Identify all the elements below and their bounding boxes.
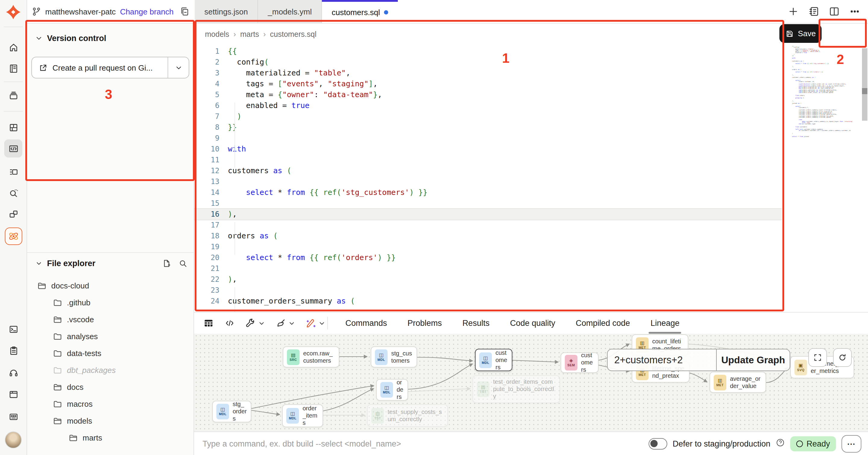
code-line-14[interactable]: 14 select * from {{ ref('stg_customers')… xyxy=(194,187,782,198)
inbox-stack-icon[interactable] xyxy=(4,86,22,105)
lineage-selector-input[interactable]: 2+customers+2 xyxy=(608,349,716,371)
minimap[interactable]: {{ config( materialized = "table", tags … xyxy=(792,46,860,154)
create-pr-dropdown[interactable] xyxy=(167,57,189,78)
search-icon[interactable] xyxy=(179,259,187,267)
lineage-node-stg_customers[interactable]: ◫MDLstg_customers xyxy=(371,346,417,368)
code-lines[interactable]: 1{{2 config(3 materialized = "table",4 t… xyxy=(194,46,782,307)
lineage-canvas[interactable]: ▤SRCecom.raw_customers◫MDLstg_customers◫… xyxy=(194,334,868,432)
save-button[interactable]: Save xyxy=(779,24,822,43)
clipboard-icon[interactable] xyxy=(4,342,22,360)
code-line-2[interactable]: 2 config( xyxy=(194,57,782,67)
code-line-18[interactable]: 18orders as ( xyxy=(194,230,782,241)
compiled-code-icon[interactable] xyxy=(224,318,235,329)
code-line-22[interactable]: 22), xyxy=(194,274,782,285)
tree-item-.vscode[interactable]: .vscode xyxy=(27,311,193,328)
tree-item-analyses[interactable]: analyses xyxy=(27,328,193,345)
code-line-4[interactable]: 4 tags = ["events", "staging"], xyxy=(194,79,782,89)
editor-scrollbar-track[interactable] xyxy=(862,48,867,121)
tree-item-dbt_packages[interactable]: dbt_packages xyxy=(27,362,193,378)
code-editor[interactable]: models›marts›customers.sql 1{{2 config(3… xyxy=(194,23,868,312)
status-badge[interactable]: Ready xyxy=(790,436,836,451)
breadcrumb-item[interactable]: customers.sql xyxy=(270,30,316,39)
tree-item-marts[interactable]: marts xyxy=(27,429,193,446)
lineage-node-customers[interactable]: ◈SEMcustomers xyxy=(561,352,598,373)
notebook-list-icon[interactable] xyxy=(807,4,821,19)
breadcrumb-item[interactable]: models xyxy=(205,30,229,39)
lineage-node-stg_orders[interactable]: ◫MDLstg_orders xyxy=(212,401,251,422)
browser-window-icon[interactable] xyxy=(4,385,22,403)
dbt-fusion-icon[interactable] xyxy=(4,227,22,245)
results-table-icon[interactable] xyxy=(203,318,214,329)
linked-windows-icon[interactable] xyxy=(4,205,22,223)
ai-fix-dropdown[interactable] xyxy=(306,318,326,329)
build-tools-dropdown[interactable] xyxy=(245,318,265,329)
tree-item-docs[interactable]: docs xyxy=(27,378,193,395)
tree-item-.github[interactable]: .github xyxy=(27,294,193,311)
user-avatar[interactable] xyxy=(4,431,22,449)
code-line-20[interactable]: 20 select * from {{ ref('orders') }} xyxy=(194,252,782,263)
code-line-17[interactable]: 17 xyxy=(194,220,782,230)
dashed-panel-icon[interactable] xyxy=(4,162,22,180)
code-editor-icon[interactable] xyxy=(4,139,22,158)
overflow-menu-icon[interactable] xyxy=(847,4,862,19)
branch-control[interactable]: matthewshaver-patc Change branch xyxy=(31,0,189,23)
code-line-24[interactable]: 24customer_orders_summary as ( xyxy=(194,296,782,307)
code-line-15[interactable]: 15 xyxy=(194,198,782,209)
lineage-node-order_items[interactable]: ◫MDLorder_items xyxy=(282,404,323,427)
tree-item-docs-cloud[interactable]: docs-cloud xyxy=(27,277,193,294)
split-pane-icon[interactable] xyxy=(827,4,841,19)
terminal-icon[interactable] xyxy=(4,320,22,338)
editor-tab-customers.sql[interactable]: customers.sql xyxy=(322,0,398,23)
change-branch-link[interactable]: Change branch xyxy=(120,7,174,16)
code-line-10[interactable]: 10with xyxy=(194,144,782,154)
format-cleanup-dropdown[interactable] xyxy=(276,318,296,329)
help-icon[interactable] xyxy=(776,438,785,449)
lineage-node-test_supply_costs_sum_correctly[interactable]: ▨TSTtest_supply_costs_sum_correctly xyxy=(367,404,448,427)
search-explore-icon[interactable] xyxy=(4,183,22,202)
code-line-11[interactable]: 11 xyxy=(194,154,782,165)
copy-icon[interactable] xyxy=(180,7,189,16)
panel-tab-Compiled code[interactable]: Compiled code xyxy=(565,313,640,334)
lineage-node-customers[interactable]: ◫MDLcustomers xyxy=(475,349,513,371)
code-line-6[interactable]: 6 enabled = true xyxy=(194,100,782,111)
new-file-icon[interactable] xyxy=(162,259,171,267)
support-headset-icon[interactable] xyxy=(4,363,22,381)
more-options-button[interactable]: ... xyxy=(841,435,861,452)
tree-item-models[interactable]: models xyxy=(27,412,193,429)
version-control-header[interactable]: Version control xyxy=(35,34,106,43)
update-graph-button[interactable]: Update Graph xyxy=(716,349,789,371)
editor-tab-_models.yml[interactable]: _models.yml xyxy=(258,0,322,23)
home-icon[interactable] xyxy=(4,38,22,56)
keyboard-shortcuts-icon[interactable] xyxy=(4,407,22,425)
code-line-7[interactable]: 7 ) xyxy=(194,111,782,122)
docs-notebook-icon[interactable] xyxy=(4,59,22,77)
command-input[interactable]: Type a command, ex. dbt build --select <… xyxy=(203,439,649,448)
code-line-21[interactable]: 21 xyxy=(194,263,782,274)
code-line-9[interactable]: 9 xyxy=(194,133,782,144)
panel-tab-Commands[interactable]: Commands xyxy=(335,313,397,334)
code-line-8[interactable]: 8}} xyxy=(194,122,782,133)
editor-tab-settings.json[interactable]: settings.json xyxy=(195,0,258,23)
breadcrumb-item[interactable]: marts xyxy=(240,30,259,39)
panel-tab-Problems[interactable]: Problems xyxy=(397,313,452,334)
editor-scrollbar-thumb[interactable] xyxy=(862,88,867,94)
code-line-13[interactable]: 13 xyxy=(194,176,782,187)
code-line-19[interactable]: 19 xyxy=(194,241,782,252)
tree-item-macros[interactable]: macros xyxy=(27,395,193,412)
code-line-23[interactable]: 23 xyxy=(194,285,782,296)
fullscreen-button[interactable] xyxy=(808,348,827,367)
code-line-12[interactable]: 12customers as ( xyxy=(194,165,782,176)
create-pr-button[interactable]: Create a pull request on Gi... xyxy=(32,57,167,78)
new-tab-plus-icon[interactable] xyxy=(786,4,801,19)
lineage-node-orders[interactable]: ◫MDLorders xyxy=(376,379,408,401)
code-line-3[interactable]: 3 materialized = "table", xyxy=(194,67,782,79)
panel-tab-Results[interactable]: Results xyxy=(452,313,500,334)
layout-grid-icon[interactable] xyxy=(4,118,22,136)
defer-toggle[interactable] xyxy=(649,438,667,449)
file-explorer-header[interactable]: File explorer xyxy=(35,255,187,272)
code-line-5[interactable]: 5 meta = {"owner": "data-team"}, xyxy=(194,89,782,100)
refresh-button[interactable] xyxy=(833,348,852,367)
code-line-16[interactable]: 16), xyxy=(194,209,782,220)
lineage-node-ecom.raw_customers[interactable]: ▤SRCecom.raw_customers xyxy=(283,346,339,368)
lineage-node-average_order_value[interactable]: ▥METaverage_order_value xyxy=(710,372,766,393)
